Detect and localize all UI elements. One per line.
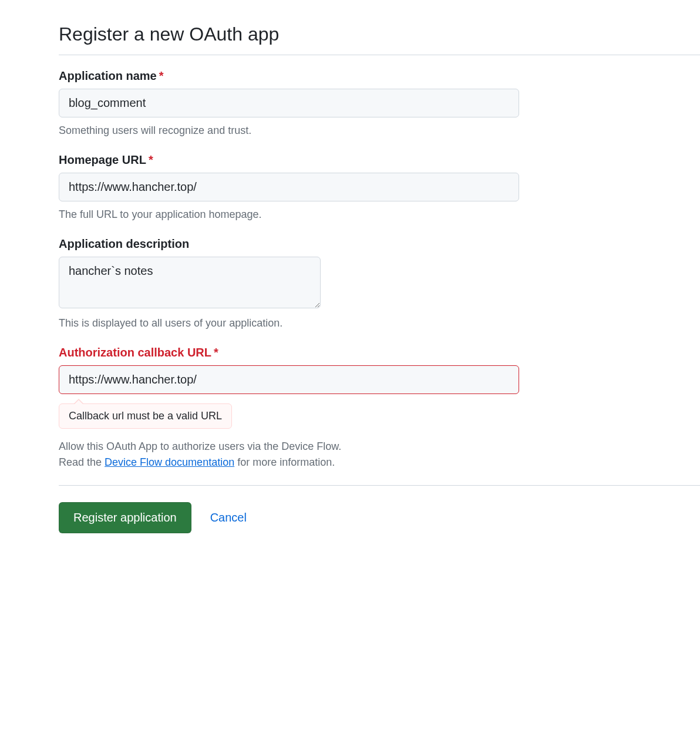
description-label: Application description [59, 237, 700, 251]
homepage-url-label: Homepage URL* [59, 153, 700, 167]
required-asterisk-icon: * [149, 153, 153, 166]
homepage-url-input[interactable] [59, 173, 519, 201]
callback-url-input[interactable] [59, 365, 519, 394]
required-asterisk-icon: * [214, 346, 218, 359]
homepage-url-help: The full URL to your application homepag… [59, 208, 700, 221]
divider [59, 485, 700, 486]
device-flow-prefix: Read the [59, 456, 105, 468]
button-row: Register application Cancel [59, 502, 700, 533]
callback-url-label-text: Authorization callback URL [59, 346, 211, 359]
description-group: Application description hancher`s notes … [59, 237, 700, 329]
device-flow-line2: Read the Device Flow documentation for m… [59, 456, 700, 469]
description-help: This is displayed to all users of your a… [59, 317, 700, 329]
required-asterisk-icon: * [159, 69, 164, 82]
app-name-help: Something users will recognize and trust… [59, 125, 700, 137]
app-name-group: Application name* Something users will r… [59, 69, 700, 137]
register-button[interactable]: Register application [59, 502, 191, 533]
device-flow-info: Allow this OAuth App to authorize users … [59, 440, 700, 469]
cancel-button[interactable]: Cancel [210, 511, 247, 524]
device-flow-line1: Allow this OAuth App to authorize users … [59, 440, 700, 453]
device-flow-link[interactable]: Device Flow documentation [105, 456, 234, 468]
callback-url-error: Callback url must be a valid URL [59, 403, 232, 429]
homepage-url-group: Homepage URL* The full URL to your appli… [59, 153, 700, 221]
app-name-input[interactable] [59, 89, 519, 117]
description-textarea[interactable]: hancher`s notes [59, 257, 321, 308]
homepage-url-label-text: Homepage URL [59, 153, 146, 166]
app-name-label-text: Application name [59, 69, 157, 82]
app-name-label: Application name* [59, 69, 700, 83]
page-title: Register a new OAuth app [59, 23, 700, 55]
device-flow-suffix: for more information. [234, 456, 335, 468]
callback-url-label: Authorization callback URL* [59, 346, 700, 359]
callback-url-group: Authorization callback URL* Callback url… [59, 346, 700, 469]
